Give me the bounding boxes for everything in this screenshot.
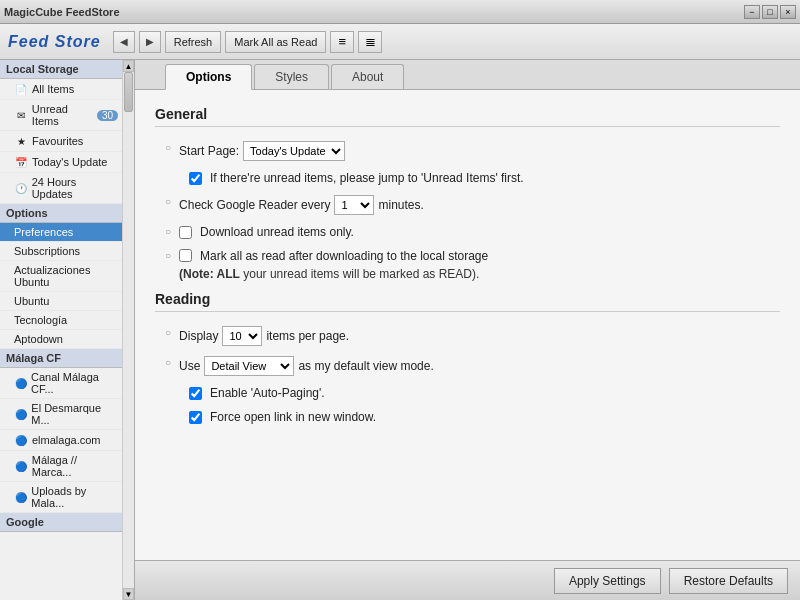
uploads-mala-icon: 🔵 xyxy=(14,490,27,504)
sidebar-item-todays-update[interactable]: 📅 Today's Update xyxy=(0,152,122,173)
mark-all-read-button[interactable]: Mark All as Read xyxy=(225,31,326,53)
icon1-button[interactable]: ≡ xyxy=(330,31,354,53)
close-button[interactable]: × xyxy=(780,5,796,19)
sidebar-item-24hours-label: 24 Hours Updates xyxy=(32,176,118,200)
sidebar-item-desmarque[interactable]: 🔵 El Desmarque M... xyxy=(0,399,122,430)
google-label: Google xyxy=(0,513,122,532)
sidebar-item-favourites[interactable]: ★ Favourites xyxy=(0,131,122,152)
sidebar-item-tecnologia-label: Tecnología xyxy=(14,314,67,326)
toolbar: Feed Store ◀ ▶ Refresh Mark All as Read … xyxy=(0,24,800,60)
start-page-label: Start Page: xyxy=(179,144,239,158)
window-controls: − □ × xyxy=(744,5,796,19)
apply-settings-button[interactable]: Apply Settings xyxy=(554,568,661,594)
display-content: Display 5 10 15 20 25 50 items per page. xyxy=(179,326,349,346)
mark-all-read-bullet: ○ xyxy=(165,250,171,261)
refresh-button[interactable]: Refresh xyxy=(165,31,222,53)
favourites-icon: ★ xyxy=(14,134,28,148)
sidebar-item-preferences[interactable]: Preferences xyxy=(0,223,122,242)
download-unread-checkbox[interactable] xyxy=(179,226,192,239)
24hours-icon: 🕐 xyxy=(14,181,28,195)
sidebar-item-elmalaga[interactable]: 🔵 elmalaga.com xyxy=(0,430,122,451)
mark-all-read-note: (Note: ALL your unread items will be mar… xyxy=(179,267,479,281)
tab-options[interactable]: Options xyxy=(165,64,252,90)
start-page-bullet: ○ xyxy=(165,142,171,153)
app-title: Feed Store xyxy=(8,33,101,51)
view-mode-label2: as my default view mode. xyxy=(298,359,433,373)
sidebar-content: Local Storage 📄 All Items ✉ Unread Items… xyxy=(0,60,122,600)
sidebar-item-desmarque-label: El Desmarque M... xyxy=(31,402,118,426)
open-link-row: Force open link in new window. xyxy=(155,410,780,424)
sidebar-item-24hours[interactable]: 🕐 24 Hours Updates xyxy=(0,173,122,204)
open-link-checkbox[interactable] xyxy=(189,411,202,424)
elmalaga-icon: 🔵 xyxy=(14,433,28,447)
sidebar-item-all-items-label: All Items xyxy=(32,83,74,95)
sidebar-item-uploads-mala[interactable]: 🔵 Uploads by Mala... xyxy=(0,482,122,513)
mark-all-read-row: ○ Mark all as read after downloading to … xyxy=(155,249,780,281)
sidebar-item-subscriptions-label: Subscriptions xyxy=(14,245,80,257)
open-link-label: Force open link in new window. xyxy=(210,410,376,424)
bottom-bar: Apply Settings Restore Defaults xyxy=(135,560,800,600)
scroll-track xyxy=(123,72,134,588)
auto-paging-label: Enable 'Auto-Paging'. xyxy=(210,386,325,400)
mark-all-read-checkbox[interactable] xyxy=(179,249,192,262)
sidebar-item-elmalaga-label: elmalaga.com xyxy=(32,434,100,446)
check-google-select[interactable]: 1 5 10 15 30 xyxy=(334,195,374,215)
malaga-cf-label: Málaga CF xyxy=(0,349,122,368)
open-link-content: Force open link in new window. xyxy=(189,410,376,424)
sidebar-item-actualizaciones[interactable]: Actualizaciones Ubuntu xyxy=(0,261,122,292)
auto-paging-checkbox[interactable] xyxy=(189,387,202,400)
tab-styles[interactable]: Styles xyxy=(254,64,329,89)
check-google-row: ○ Check Google Reader every 1 5 10 15 30… xyxy=(155,195,780,215)
display-row: ○ Display 5 10 15 20 25 50 items per pag… xyxy=(155,326,780,346)
sidebar-item-subscriptions[interactable]: Subscriptions xyxy=(0,242,122,261)
tab-about[interactable]: About xyxy=(331,64,404,89)
sidebar-item-all-items[interactable]: 📄 All Items xyxy=(0,79,122,100)
download-unread-label: Download unread items only. xyxy=(200,225,354,239)
minimize-button[interactable]: − xyxy=(744,5,760,19)
unread-jump-checkbox[interactable] xyxy=(189,172,202,185)
content-area: Options Styles About General ○ Start Pag… xyxy=(135,60,800,600)
sidebar-item-ubuntu[interactable]: Ubuntu xyxy=(0,292,122,311)
display-select[interactable]: 5 10 15 20 25 50 xyxy=(222,326,262,346)
forward-button[interactable]: ▶ xyxy=(139,31,161,53)
download-unread-content: Download unread items only. xyxy=(179,225,354,239)
sidebar-item-unread[interactable]: ✉ Unread Items 30 xyxy=(0,100,122,131)
restore-defaults-button[interactable]: Restore Defaults xyxy=(669,568,788,594)
view-mode-select[interactable]: Detail View List View Summary View xyxy=(204,356,294,376)
malaga-marca-icon: 🔵 xyxy=(14,459,28,473)
all-items-icon: 📄 xyxy=(14,82,28,96)
download-unread-row: ○ Download unread items only. xyxy=(155,225,780,239)
sidebar-item-canal-malaga-label: Canal Málaga CF... xyxy=(31,371,118,395)
sidebar-item-ubuntu-label: Ubuntu xyxy=(14,295,49,307)
general-section-title: General xyxy=(155,106,780,127)
sidebar-item-canal-malaga[interactable]: 🔵 Canal Málaga CF... xyxy=(0,368,122,399)
options-label: Options xyxy=(0,204,122,223)
start-page-select[interactable]: Today's Update All Items Unread Items xyxy=(243,141,345,161)
canal-malaga-icon: 🔵 xyxy=(14,376,27,390)
sidebar-item-aptodown[interactable]: Aptodown xyxy=(0,330,122,349)
icon2-button[interactable]: ≣ xyxy=(358,31,382,53)
view-mode-content: Use Detail View List View Summary View a… xyxy=(179,356,434,376)
scroll-thumb[interactable] xyxy=(124,72,133,112)
unread-icon: ✉ xyxy=(14,108,28,122)
display-bullet: ○ xyxy=(165,327,171,338)
back-button[interactable]: ◀ xyxy=(113,31,135,53)
sidebar-item-tecnologia[interactable]: Tecnología xyxy=(0,311,122,330)
sidebar: Local Storage 📄 All Items ✉ Unread Items… xyxy=(0,60,135,600)
todays-update-icon: 📅 xyxy=(14,155,28,169)
maximize-button[interactable]: □ xyxy=(762,5,778,19)
scroll-up-arrow[interactable]: ▲ xyxy=(123,60,134,72)
check-google-bullet: ○ xyxy=(165,196,171,207)
options-panel: General ○ Start Page: Today's Update All… xyxy=(135,90,800,560)
sidebar-item-malaga-marca[interactable]: 🔵 Málaga // Marca... xyxy=(0,451,122,482)
unread-badge: 30 xyxy=(97,110,118,121)
unread-jump-content: If there're unread items, please jump to… xyxy=(189,171,524,185)
view-mode-row: ○ Use Detail View List View Summary View… xyxy=(155,356,780,376)
desmarque-icon: 🔵 xyxy=(14,407,27,421)
scroll-down-arrow[interactable]: ▼ xyxy=(123,588,134,600)
display-label2: items per page. xyxy=(266,329,349,343)
sidebar-scrollbar[interactable]: ▲ ▼ xyxy=(122,60,134,600)
display-label1: Display xyxy=(179,329,218,343)
mark-all-read-label: Mark all as read after downloading to th… xyxy=(200,249,488,263)
sidebar-item-malaga-marca-label: Málaga // Marca... xyxy=(32,454,118,478)
